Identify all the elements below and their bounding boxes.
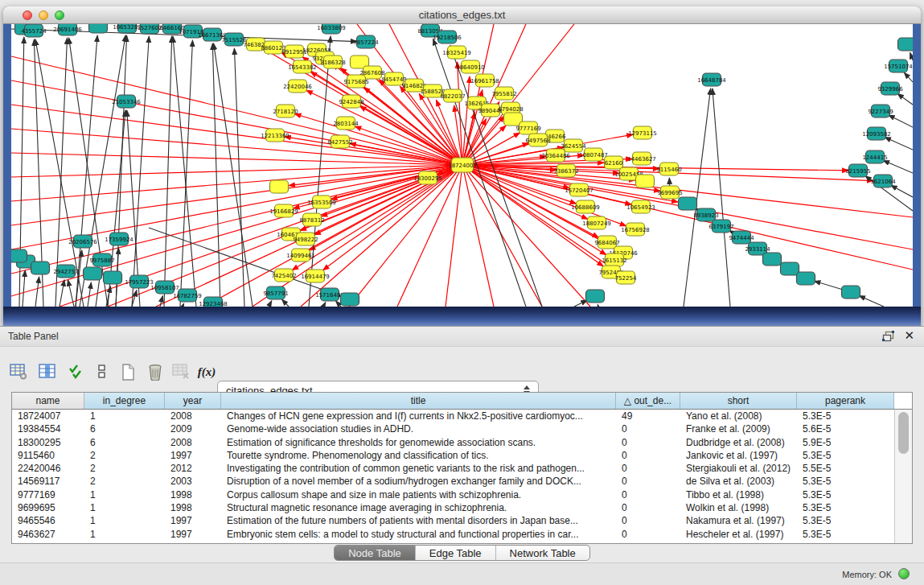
table-settings-icon[interactable]	[8, 361, 29, 382]
graph-node[interactable]	[679, 197, 697, 210]
graph-node[interactable]: 7386372	[553, 164, 578, 177]
graph-node[interactable]: 16033809	[317, 24, 346, 34]
graph-node[interactable]: 16353509	[307, 196, 336, 208]
graph-node[interactable]: 16648784	[697, 73, 726, 86]
network-canvas[interactable]: 1872400743557242069140610653287152760264…	[11, 24, 913, 307]
graph-node[interactable]: 17957223	[125, 275, 154, 288]
graph-node[interactable]: 9227349	[868, 105, 893, 117]
graph-node[interactable]	[341, 293, 359, 306]
tab-network-table[interactable]: Network Table	[496, 546, 589, 560]
graph-node[interactable]: 21053346	[112, 95, 141, 108]
tab-edge-table[interactable]: Edge Table	[416, 546, 496, 560]
graph-node[interactable]	[898, 38, 914, 51]
graph-node[interactable]: 8427552	[327, 135, 352, 148]
table-row[interactable]: 2242004622012Investigating the contribut…	[12, 462, 894, 475]
graph-node[interactable]: 9498222	[293, 233, 318, 245]
table-row[interactable]: 911546021997Tourette syndrome. Phenomeno…	[12, 449, 894, 462]
graph-node[interactable]: 9329966	[877, 82, 903, 95]
column-header-title[interactable]: title	[221, 393, 616, 409]
table-row[interactable]: 946554611997Estimation of the future num…	[12, 514, 894, 527]
graph-node[interactable]: 6379197	[708, 220, 733, 233]
graph-node[interactable]: 1244415	[862, 150, 887, 163]
graph-node[interactable]: 9975887	[89, 253, 114, 266]
graph-node[interactable]: 8822037	[440, 89, 465, 102]
graph-node[interactable]: 16961758	[470, 74, 499, 87]
table-row[interactable]: 977716911998Corpus callosum shape and si…	[12, 488, 894, 501]
graph-node[interactable]: 20691406	[53, 24, 82, 35]
graph-node[interactable]: 7955812	[491, 87, 516, 100]
graph-node[interactable]: 2942757	[53, 265, 78, 278]
graph-node[interactable]: 6497568	[525, 134, 550, 146]
graph-node[interactable]	[84, 267, 102, 280]
table-row[interactable]: 1872400712008Changes of HCN gene express…	[12, 410, 894, 422]
graph-node[interactable]: 10688609	[571, 200, 600, 213]
function-icon[interactable]: f(x)	[196, 361, 217, 382]
graph-node[interactable]	[104, 271, 122, 284]
graph-node[interactable]: 9777169	[515, 122, 540, 134]
graph-node[interactable]: 7425402	[271, 269, 296, 282]
table-row[interactable]: 1938455462009Genome-wide association stu…	[12, 422, 894, 435]
column-header-in_degree[interactable]: in_degree	[84, 393, 165, 409]
graph-node[interactable]: 2803144	[333, 117, 359, 130]
graph-node[interactable]: 17359924	[105, 233, 133, 245]
graph-node[interactable]: 62160	[605, 156, 623, 169]
vertical-scrollbar[interactable]	[894, 410, 912, 543]
graph-node[interactable]: 9175685	[343, 75, 368, 88]
graph-node[interactable]: 8215955	[845, 164, 870, 177]
graph-node[interactable]	[31, 262, 50, 274]
graph-node[interactable]	[797, 272, 815, 285]
column-header-out_de[interactable]: △ out_de...	[616, 393, 680, 409]
graph-node[interactable]: 12923468	[199, 297, 228, 307]
graph-node[interactable]: 4355724	[21, 24, 47, 37]
graph-node[interactable]: 9699695	[657, 186, 682, 199]
graph-node[interactable]: 1615132	[602, 253, 626, 266]
graph-node[interactable]: 19166829	[269, 204, 298, 217]
graph-node[interactable]: 10654923	[626, 200, 655, 213]
graph-node[interactable]: 1621064	[870, 175, 896, 187]
graph-node[interactable]	[89, 24, 108, 33]
graph-node[interactable]	[586, 290, 605, 303]
column-header-pagerank[interactable]: pagerank	[797, 393, 894, 409]
memory-ok-indicator-icon[interactable]	[898, 568, 910, 579]
table-column-icon[interactable]	[37, 361, 58, 382]
scrollbar-thumb[interactable]	[898, 412, 909, 454]
table-row[interactable]: 1456911722003Disruption of a novel membe…	[12, 475, 894, 488]
table-row[interactable]: 946362711997Embryonic stem cells: a mode…	[12, 528, 894, 541]
graph-node[interactable]: 12973115	[628, 126, 657, 139]
graph-node[interactable]: 14463627	[627, 152, 656, 165]
graph-node[interactable]	[763, 253, 782, 266]
table-row[interactable]: 1830029562008Estimation of significance …	[12, 436, 894, 449]
graph-node[interactable]: 9857791	[263, 286, 288, 299]
column-header-year[interactable]: year	[165, 393, 221, 409]
graph-node[interactable]: 18640910	[456, 60, 485, 73]
table-row[interactable]: 969969511998Structural magnetic resonanc…	[12, 501, 894, 514]
close-icon[interactable]: ✕	[904, 328, 914, 343]
graph-node[interactable]: 8186328	[320, 56, 345, 68]
graph-node[interactable]: 12213369	[261, 129, 290, 142]
window-titlebar[interactable]: citations_edges.txt	[3, 6, 921, 24]
graph-node[interactable]: 1527602	[137, 24, 162, 34]
graph-node[interactable]: 10807487	[579, 148, 608, 161]
select-columns-icon[interactable]	[66, 361, 87, 382]
column-header-short[interactable]: short	[680, 393, 797, 409]
graph-node[interactable]: 15751074	[884, 60, 913, 72]
rows-icon[interactable]	[92, 361, 113, 382]
new-file-icon[interactable]	[117, 361, 138, 382]
graph-node[interactable]: 18325419	[442, 46, 471, 59]
graph-node[interactable]: 752254	[615, 271, 637, 284]
graph-node[interactable]	[11, 249, 27, 262]
graph-node[interactable]: 2718120	[273, 105, 298, 117]
float-panel-icon[interactable]	[882, 331, 895, 342]
graph-node[interactable]: 9242848	[339, 95, 363, 108]
graph-hub-node[interactable]: 18724007	[448, 158, 477, 172]
tab-node-table[interactable]: Node Table	[335, 546, 416, 560]
graph-node[interactable]: 8878312	[299, 213, 324, 226]
graph-node[interactable]: 7857224	[353, 35, 379, 48]
column-header-name[interactable]: name	[12, 393, 84, 409]
graph-node[interactable]: 9474444	[729, 231, 754, 244]
graph-node[interactable]: 9115460	[656, 163, 681, 175]
graph-node[interactable]	[636, 175, 655, 187]
graph-node[interactable]	[781, 262, 799, 275]
graph-node[interactable]	[842, 286, 860, 299]
trash-icon[interactable]	[145, 361, 166, 382]
